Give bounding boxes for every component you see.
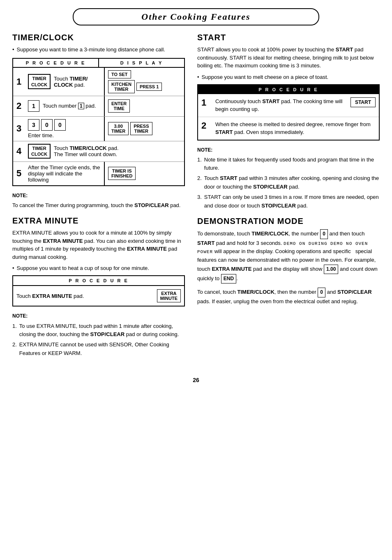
start-step-1: 1 Continuously touch START pad. The cook… [198,94,379,117]
em-step-text: Touch EXTRA MINUTE pad. [16,293,153,299]
demo-end-box: END [221,274,236,283]
start-intro: START allows you to cook at 100% power b… [197,46,380,70]
proc-header-procedure: P R O C E D U R E [13,59,99,67]
start-section: START START allows you to cook at 100% p… [197,33,380,210]
demonstration-mode-section: DEMONSTRATION MODE To demonstrate, touch… [197,217,380,306]
demo-1-00-box: 1.00 [324,265,338,274]
extra-minute-button: EXTRAMINUTE [157,289,181,302]
timer-clock-note: NOTE: To cancel the Timer during program… [12,192,185,210]
step-number-2: 2 [13,96,25,116]
extra-minute-note: NOTE: 1. To use EXTRA MINUTE, touch pad … [12,312,185,357]
extra-minute-bullet: Suppose you want to heat a cup of soup f… [12,265,185,271]
timer-clock-title: TIMER/CLOCK [12,33,185,42]
start-title: START [197,33,380,42]
demonstration-mode-para2: To cancel, touch TIMER/CLOCK, then the n… [197,288,380,306]
demo-mono-text: DEMO ON DURING DEMO NO OVEN POWER [197,241,368,255]
timer-clock-step-2: 2 1 Touch number 1 pad. ENTERTIME [13,96,184,117]
display-3-00-timer: 3.00TIMER [108,122,129,135]
display-to-set: TO SET [108,70,131,78]
em-proc-row-1: Touch EXTRA MINUTE pad. EXTRAMINUTE [13,286,184,306]
extra-minute-title: EXTRA MINUTE [12,216,185,226]
timer-clock-note-text: To cancel the Timer during programming, … [12,201,185,210]
start-step-2: 2 When the cheese is melted to desired d… [198,117,379,140]
step-3-enter-time: Enter time. [28,132,54,138]
extra-minute-note-2: 2. EXTRA MINUTE cannot be used with SENS… [12,341,185,358]
start-note: NOTE: 1. Note time it takes for frequent… [197,146,380,210]
step-1-left-text: Touch TIMER/CLOCK pad. [54,76,88,88]
start-step-num-1: 1 [201,97,211,108]
num-box-3: 3 [28,119,39,131]
start-note-3: 3. START can only be used 3 times in a r… [197,193,380,210]
num-box-0a: 0 [41,119,53,131]
step-2-left-text: Touch number 1 pad. [43,103,96,109]
timer-clock-button-4: TIMERCLOCK [28,144,51,159]
start-proc-title: P R O C E D U R E [198,85,379,94]
timer-clock-step-1: 1 TIMERCLOCK Touch TIMER/CLOCK pad. TO S… [13,68,184,96]
extra-minute-note-label: NOTE: [12,312,185,320]
demo-cancel-0-box: 0 [318,288,325,297]
timer-clock-button-1: TIMERCLOCK [28,74,51,89]
num-box-0b: 0 [54,119,66,131]
step-number-3: 3 [13,117,25,141]
timer-clock-intro: Suppose you want to time a 3-minute long… [12,46,185,54]
start-button: START [350,97,376,107]
step-number-1: 1 [13,68,25,96]
start-bullet: Suppose you want to melt cheese on a pie… [197,74,380,80]
timer-clock-step-4: 4 TIMERCLOCK Touch TIMER/CLOCK pad.The T… [13,141,184,162]
display-kitchen-timer: KITCHENTIMER [108,80,135,93]
em-proc-title: P R O C E D U R E [13,276,184,286]
start-step-num-2: 2 [201,120,211,131]
timer-clock-step-3: 3 3 0 0 Enter time. 3.00TIMER PRESSTIMER [13,117,184,141]
extra-minute-note-1: 1. To use EXTRA MINUTE, touch pad within… [12,322,185,339]
timer-clock-step-5: 5 After the Timer cycle ends, the displa… [13,162,184,185]
start-step-1-text: Continuously touch START pad. The cookin… [215,97,346,113]
page-header: Other Cooking Features [73,8,319,25]
proc-header-display: D I S P L A Y [99,59,184,67]
step-number-5: 5 [13,162,25,185]
start-note-label: NOTE: [197,146,380,154]
demonstration-mode-para1: To demonstrate, touch TIMER/CLOCK, the n… [197,229,380,283]
step-number-4: 4 [13,141,25,161]
display-enter-time: ENTERTIME [108,99,130,113]
timer-clock-note-label: NOTE: [12,192,185,200]
press-1: PRESS 1 [136,83,162,91]
page-number: 26 [12,377,380,383]
timer-clock-procedure-table: P R O C E D U R E D I S P L A Y 1 TIMERC… [12,58,185,186]
extra-minute-procedure: P R O C E D U R E Touch EXTRA MINUTE pad… [12,275,185,307]
timer-clock-section: TIMER/CLOCK Suppose you want to time a 3… [12,33,185,210]
step-5-text: After the Timer cycle ends, the display … [28,164,101,183]
extra-minute-section: EXTRA MINUTE EXTRA MINUTE allows you to … [12,216,185,357]
num-box-1: 1 [28,100,39,112]
step-4-text: Touch TIMER/CLOCK pad.The Timer will cou… [54,145,119,157]
display-timer-finished: TIMER ISFINISHED [108,167,136,180]
press-timer: PRESSTIMER [130,122,152,135]
demonstration-mode-title: DEMONSTRATION MODE [197,217,380,226]
start-note-1: 1. Note time it takes for frequently use… [197,156,380,173]
demo-num-0-box: 0 [320,229,328,239]
start-step-2-text: When the cheese is melted to desired deg… [215,120,376,136]
extra-minute-intro: EXTRA MINUTE allows you to cook for a mi… [12,229,185,261]
start-note-2: 2. Touch START pad within 3 minutes afte… [197,174,380,191]
start-procedure: P R O C E D U R E 1 Continuously touch S… [197,84,380,141]
page-title: Other Cooking Features [141,12,250,22]
